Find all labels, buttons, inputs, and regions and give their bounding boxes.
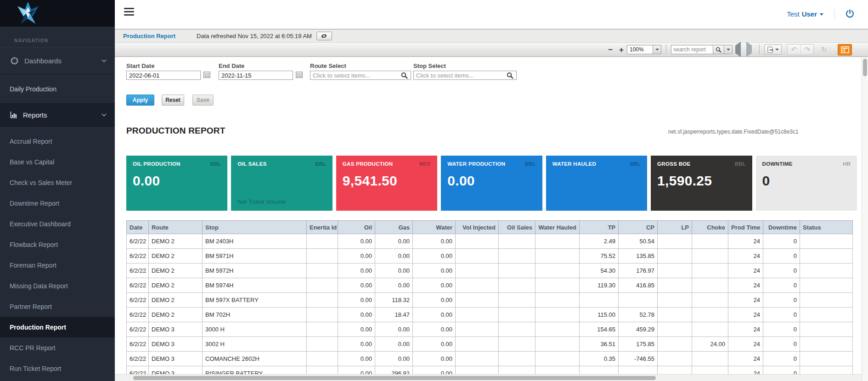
sidebar-item-run-ticket-report[interactable]: Run Ticket Report (0, 358, 115, 379)
save-button[interactable]: Save (192, 95, 214, 106)
sidebar-item-missing-data-report[interactable]: Missing Data Report (0, 275, 115, 296)
cell-stop: BM 5974H (203, 278, 307, 293)
cell-oil: 0.00 (338, 293, 375, 308)
undo-button[interactable]: ↶ (788, 45, 800, 55)
vertical-scrollbar-thumb[interactable] (863, 59, 867, 76)
cell-lp (658, 293, 692, 308)
column-header-status: Status (800, 221, 853, 234)
start-date-calendar-button[interactable] (203, 72, 211, 79)
cell-water-hauled (535, 263, 580, 278)
cell-vol-injected (456, 322, 499, 337)
cell-lp (658, 249, 692, 263)
horizontal-scrollbar-thumb[interactable] (133, 376, 656, 380)
cell-water-hauled (535, 293, 580, 308)
logout-power-button[interactable] (845, 9, 854, 20)
cell-stop: COMANCHE 2602H (203, 352, 307, 366)
cell-route: DEMO 3 (149, 337, 203, 352)
cell-downtime: 0 (763, 249, 800, 263)
sidebar-item-reports[interactable]: Reports (0, 103, 115, 127)
user-menu[interactable]: Test User (787, 10, 823, 18)
cell-tp: 119.30 (580, 278, 619, 293)
cell-choke (692, 263, 728, 278)
cell-cp: 416.85 (619, 278, 658, 293)
kpi-value: 0.00 (133, 173, 221, 189)
route-select-search-icon[interactable] (401, 72, 408, 81)
cell-enertia-id (307, 352, 338, 366)
cell-date: 6/2/22 (127, 352, 149, 366)
cell-vol-injected (456, 308, 499, 322)
zoom-in-button[interactable]: + (616, 46, 627, 54)
cell-water-hauled (535, 234, 580, 249)
sidebar-item-check-vs-sales-meter[interactable]: Check vs Sales Meter (0, 172, 115, 193)
previous-page-button[interactable] (735, 45, 741, 54)
kpi-card-water-production: WATER PRODUCTIONBBL0.00 (441, 156, 542, 211)
cell-prod-time: 24 (728, 263, 763, 278)
reset-button[interactable]: Reset (162, 95, 184, 106)
cell-oil-sales (499, 366, 535, 375)
start-date-input[interactable] (126, 71, 201, 80)
cell-vol-injected (456, 234, 499, 249)
apply-button[interactable]: Apply (126, 95, 154, 106)
cell-oil-sales (499, 249, 535, 263)
cell-stop: BM 597X BATTERY (203, 293, 307, 308)
refresh-button[interactable] (316, 32, 332, 40)
cell-tp: 2.49 (580, 234, 619, 249)
zoom-level-select[interactable]: 100% (627, 45, 653, 54)
cell-water-hauled (535, 337, 580, 352)
cell-downtime: 0 (763, 352, 800, 366)
cell-enertia-id (307, 263, 338, 278)
stop-select-search-icon[interactable] (507, 72, 513, 81)
cell-route: DEMO 3 (149, 366, 203, 375)
export-button[interactable] (764, 45, 782, 55)
cell-water: 0.00 (413, 308, 456, 322)
cell-enertia-id (307, 366, 338, 375)
vertical-scrollbar[interactable] (862, 57, 868, 381)
sidebar-item-rcc-pr-report[interactable]: RCC PR Report (0, 337, 115, 358)
chevron-down-icon (655, 49, 659, 50)
table-row: 6/2/22DEMO 2BM 2403H0.000.000.002.4950.5… (127, 234, 853, 249)
revert-button[interactable]: ↻ (817, 45, 830, 55)
breadcrumb-title[interactable]: Production Report (123, 33, 175, 39)
sidebar-item-daily-production[interactable]: Daily Production (0, 74, 115, 103)
search-options-dropdown-button[interactable] (724, 45, 733, 54)
zoom-out-button[interactable]: − (605, 46, 616, 54)
route-select-input[interactable] (310, 71, 411, 80)
sidebar-item-downtime-report[interactable]: Downtime Report (0, 193, 115, 213)
cell-status (800, 322, 853, 337)
report-options-button[interactable] (838, 44, 852, 56)
sidebar-item-base-vs-capital[interactable]: Base vs Capital (0, 151, 115, 172)
search-button[interactable] (713, 45, 724, 54)
sidebar-report-items: Accrual ReportBase vs CapitalCheck vs Sa… (0, 127, 115, 379)
cell-downtime: 0 (763, 366, 800, 375)
kpi-subtitle: Net Ticket Volume (237, 198, 286, 205)
sidebar-item-flowback-report[interactable]: Flowback Report (0, 234, 115, 255)
table-row: 6/2/22DEMO 3RISINGER BATTERY0.00296.920.… (127, 366, 853, 375)
horizontal-scrollbar[interactable] (115, 374, 862, 381)
cell-choke (692, 366, 728, 375)
sidebar-item-foreman-report[interactable]: Foreman Report (0, 255, 115, 275)
production-table-wrapper: DateRouteStopEnertia IdOilGasWaterVol In… (126, 220, 853, 374)
table-row: 6/2/22DEMO 2BM 702H0.0018.470.00115.0052… (127, 308, 853, 322)
stop-select-input[interactable] (413, 71, 517, 80)
sidebar-item-production-report[interactable]: Production Report (0, 317, 115, 337)
cell-oil: 0.00 (338, 322, 375, 337)
end-date-input[interactable] (219, 71, 293, 80)
sidebar-item-partner-report[interactable]: Partner Report (0, 296, 115, 317)
hamburger-menu-icon[interactable] (124, 8, 134, 16)
zoom-level-dropdown-button[interactable] (653, 45, 661, 54)
kpi-unit: BBL (525, 161, 536, 167)
next-page-button[interactable] (746, 45, 752, 54)
cell-prod-time: 24 (728, 366, 763, 375)
sidebar-item-dashboards[interactable]: Dashboards (0, 47, 115, 74)
arrow-left-icon (735, 42, 741, 57)
cell-enertia-id (307, 234, 338, 249)
cell-vol-injected (456, 352, 499, 366)
search-report-input[interactable] (671, 45, 713, 54)
sidebar-item-executive-dashboard[interactable]: Executive Dashboard (0, 213, 115, 234)
divider (834, 9, 835, 19)
app-logo[interactable] (0, 0, 115, 27)
redo-button[interactable]: ↷ (800, 45, 813, 55)
end-date-calendar-button[interactable] (295, 72, 303, 79)
sidebar-item-accrual-report[interactable]: Accrual Report (0, 131, 115, 151)
cell-downtime: 0 (763, 293, 800, 308)
